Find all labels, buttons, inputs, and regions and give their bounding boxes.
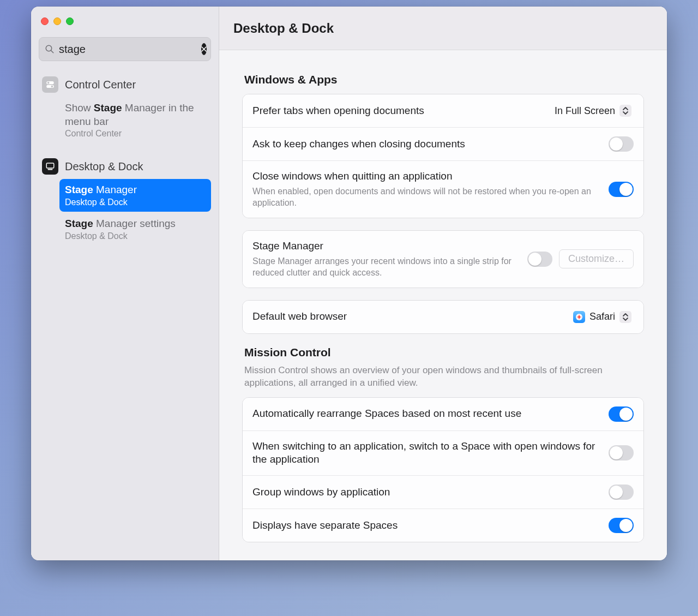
- row-group-windows: Group windows by application: [243, 475, 643, 509]
- safari-icon: [573, 311, 585, 323]
- search-result-title: Show Stage Manager in the menu bar: [65, 101, 206, 128]
- row-description: When enabled, open documents and windows…: [252, 186, 601, 209]
- content-pane: Desktop & Dock Windows & Apps Prefer tab…: [219, 7, 667, 560]
- row-switch-to-space: When switching to an application, switch…: [243, 430, 643, 475]
- close-window-button[interactable]: [41, 17, 49, 25]
- search-result-subtitle: Control Center: [65, 129, 206, 139]
- row-prefer-tabs: Prefer tabs when opening documents In Fu…: [243, 94, 643, 127]
- ask-keep-changes-toggle[interactable]: [609, 136, 634, 152]
- search-result-title: Stage Manager settings: [65, 217, 206, 231]
- svg-point-7: [51, 86, 53, 88]
- section-desc-mission-control: Mission Control shows an overview of you…: [244, 364, 642, 390]
- svg-rect-8: [46, 163, 54, 168]
- search-group-title: Control Center: [65, 79, 136, 91]
- default-browser-dropdown[interactable]: Safari: [568, 309, 634, 325]
- search-field[interactable]: [39, 37, 211, 61]
- section-title-windows-apps: Windows & Apps: [244, 73, 642, 86]
- row-label: Stage Manager: [252, 240, 527, 253]
- panel-mission-control: Automatically rearrange Spaces based on …: [242, 397, 644, 542]
- row-stage-manager: Stage Manager Stage Manager arranges you…: [243, 231, 643, 288]
- row-description: Stage Manager arranges your recent windo…: [252, 255, 527, 279]
- row-close-windows-on-quit: Close windows when quitting an applicati…: [243, 160, 643, 218]
- search-result-subtitle: Desktop & Dock: [65, 231, 206, 241]
- displays-separate-spaces-toggle[interactable]: [609, 518, 634, 533]
- chevron-up-down-icon: [619, 105, 631, 117]
- sidebar: Control Center Show Stage Manager in the…: [31, 7, 219, 560]
- row-label: Group windows by application: [252, 486, 609, 499]
- desktop-dock-icon: [42, 158, 58, 175]
- zoom-window-button[interactable]: [66, 17, 74, 25]
- row-label: When switching to an application, switch…: [252, 440, 609, 467]
- system-settings-window: Control Center Show Stage Manager in the…: [31, 7, 667, 560]
- panel-stage-manager: Stage Manager Stage Manager arranges you…: [242, 230, 644, 288]
- stage-manager-customize-button[interactable]: Customize…: [559, 249, 634, 268]
- svg-point-6: [47, 82, 50, 84]
- search-result-title: Stage Manager: [65, 183, 206, 197]
- search-group-control-center: Control Center Show Stage Manager in the…: [39, 73, 211, 143]
- row-displays-separate-spaces: Displays have separate Spaces: [243, 509, 643, 542]
- close-windows-on-quit-toggle[interactable]: [609, 182, 634, 197]
- row-label: Displays have separate Spaces: [252, 519, 609, 533]
- search-result-stage-manager[interactable]: Stage Manager Desktop & Dock: [59, 179, 211, 212]
- row-ask-keep-changes: Ask to keep changes when closing documen…: [243, 127, 643, 160]
- dropdown-value: In Full Screen: [555, 105, 615, 117]
- row-label: Prefer tabs when opening documents: [252, 104, 549, 118]
- group-windows-toggle[interactable]: [609, 485, 634, 500]
- search-result-stage-manager-settings[interactable]: Stage Manager settings Desktop & Dock: [59, 213, 211, 246]
- row-auto-rearrange-spaces: Automatically rearrange Spaces based on …: [243, 398, 643, 430]
- control-center-icon: [42, 76, 58, 93]
- minimize-window-button[interactable]: [53, 17, 61, 25]
- search-result-show-stage-manager-menubar[interactable]: Show Stage Manager in the menu bar Contr…: [59, 97, 211, 143]
- row-label: Default web browser: [252, 310, 568, 324]
- search-group-header[interactable]: Desktop & Dock: [39, 155, 211, 178]
- panel-default-browser: Default web browser Safari: [242, 300, 644, 334]
- search-group-desktop-dock: Desktop & Dock Stage Manager Desktop & D…: [39, 155, 211, 245]
- row-label: Close windows when quitting an applicati…: [252, 170, 609, 183]
- row-label: Ask to keep changes when closing documen…: [252, 137, 609, 151]
- stage-manager-toggle[interactable]: [527, 252, 552, 267]
- search-result-subtitle: Desktop & Dock: [65, 198, 206, 207]
- svg-rect-9: [48, 169, 53, 170]
- row-label: Automatically rearrange Spaces based on …: [252, 407, 609, 421]
- chevron-up-down-icon: [619, 311, 631, 323]
- search-group-title: Desktop & Dock: [65, 160, 143, 173]
- row-default-browser: Default web browser Safari: [243, 301, 643, 333]
- switch-to-space-toggle[interactable]: [609, 445, 634, 460]
- prefer-tabs-dropdown[interactable]: In Full Screen: [549, 103, 634, 118]
- content-scroll[interactable]: Windows & Apps Prefer tabs when opening …: [219, 50, 667, 560]
- search-input[interactable]: [55, 43, 201, 56]
- dropdown-value: Safari: [589, 311, 615, 322]
- close-icon: [201, 46, 207, 52]
- panel-windows-apps: Prefer tabs when opening documents In Fu…: [242, 94, 644, 218]
- search-group-header[interactable]: Control Center: [39, 73, 211, 96]
- section-title-mission-control: Mission Control: [244, 346, 642, 359]
- search-icon: [45, 44, 55, 54]
- svg-line-1: [51, 50, 53, 53]
- window-controls: [39, 16, 211, 31]
- auto-rearrange-spaces-toggle[interactable]: [609, 406, 634, 422]
- clear-search-button[interactable]: [201, 43, 207, 55]
- page-title: Desktop & Dock: [219, 7, 667, 50]
